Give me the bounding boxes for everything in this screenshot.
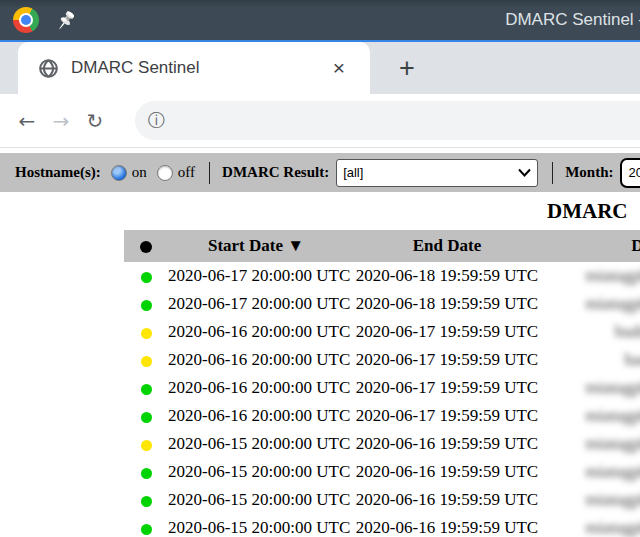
domain-cell: miatagpkibredfgeonw	[550, 402, 640, 430]
domain-column-header[interactable]: Domain	[550, 230, 640, 262]
dmarc-report-table: Start Date ▼ End Date Domain 2020-06-17 …	[124, 230, 640, 537]
chevron-down-icon	[518, 168, 531, 177]
month-select[interactable]: 2020-06	[620, 158, 640, 188]
domain-cell: haerbldcw	[550, 346, 640, 374]
start-date-cell: 2020-06-17 20:00:00 UTC	[168, 262, 344, 290]
hostnames-label: Hostname(s):	[15, 164, 101, 181]
domain-cell: miatagpkibredfgeonw	[550, 458, 640, 486]
status-cell	[124, 402, 168, 430]
report-table-body: 2020-06-17 20:00:00 UTC2020-06-18 19:59:…	[124, 262, 640, 537]
end-date-cell: 2020-06-17 19:59:59 UTC	[344, 374, 550, 402]
window-title: DMARC Sentinel -	[505, 0, 640, 40]
domain-cell: miatagpkibredfgeonw	[550, 430, 640, 458]
status-column-header	[124, 230, 168, 262]
tab-close-icon[interactable]: ×	[326, 55, 352, 81]
table-header-row: Start Date ▼ End Date Domain	[124, 230, 640, 262]
redacted-domain-text: miatagpkibredfgeonw	[585, 406, 640, 425]
redacted-domain-text: miatagpkibredfgeonw	[585, 490, 640, 509]
start-date-cell: 2020-06-16 20:00:00 UTC	[168, 346, 344, 374]
status-dot-icon	[141, 440, 152, 451]
month-value: 2020-06	[628, 165, 640, 180]
back-icon[interactable]: ←	[10, 109, 44, 133]
table-row: 2020-06-16 20:00:00 UTC2020-06-17 19:59:…	[124, 318, 640, 346]
redacted-domain-text: miatagpkibredfgeonw	[585, 294, 640, 313]
start-date-cell: 2020-06-15 20:00:00 UTC	[168, 486, 344, 514]
domain-cell: miatagpkibredfgeonw	[550, 514, 640, 537]
redacted-domain-text: miatagpkibredfgeonw	[585, 434, 640, 453]
status-dot-icon	[141, 384, 152, 395]
start-date-cell: 2020-06-15 20:00:00 UTC	[168, 458, 344, 486]
table-row: 2020-06-15 20:00:00 UTC2020-06-16 19:59:…	[124, 430, 640, 458]
page-title: DMARC	[547, 199, 640, 224]
status-cell	[124, 346, 168, 374]
status-dot-icon	[141, 524, 152, 535]
page-info-icon[interactable]: ⓘ	[148, 109, 165, 132]
dmarc-result-value: [all]	[343, 165, 510, 180]
domain-cell: miatagpkibredfgeonw	[550, 262, 640, 290]
table-row: 2020-06-16 20:00:00 UTC2020-06-17 19:59:…	[124, 374, 640, 402]
filter-toolbar: Hostname(s): on off DMARC Result: [all] …	[0, 153, 640, 192]
redacted-domain-text: haerbldcw	[625, 350, 640, 369]
end-date-cell: 2020-06-17 19:59:59 UTC	[344, 346, 550, 374]
end-date-cell: 2020-06-16 19:59:59 UTC	[344, 430, 550, 458]
end-date-cell: 2020-06-18 19:59:59 UTC	[344, 262, 550, 290]
dmarc-result-select[interactable]: [all]	[336, 159, 538, 187]
address-bar[interactable]: ⓘ	[135, 101, 640, 140]
separator	[552, 162, 553, 184]
table-row: 2020-06-16 20:00:00 UTC2020-06-17 19:59:…	[124, 346, 640, 374]
status-cell	[124, 430, 168, 458]
status-cell	[124, 262, 168, 290]
end-date-cell: 2020-06-18 19:59:59 UTC	[344, 290, 550, 318]
start-date-cell: 2020-06-16 20:00:00 UTC	[168, 318, 344, 346]
tab-strip: DMARC Sentinel × +	[0, 42, 640, 94]
start-date-cell: 2020-06-15 20:00:00 UTC	[168, 514, 344, 537]
domain-cell: miatagpkibredfgeonw	[550, 290, 640, 318]
forward-icon[interactable]: →	[44, 109, 78, 133]
globe-favicon-icon	[38, 58, 59, 79]
separator	[209, 162, 210, 184]
hostnames-on-label[interactable]: on	[132, 164, 147, 181]
table-row: 2020-06-17 20:00:00 UTC2020-06-18 19:59:…	[124, 290, 640, 318]
new-tab-button[interactable]: +	[392, 54, 422, 84]
start-date-cell: 2020-06-16 20:00:00 UTC	[168, 402, 344, 430]
tab-title: DMARC Sentinel	[71, 58, 326, 78]
status-dot-icon	[141, 300, 152, 311]
status-cell	[124, 458, 168, 486]
end-date-cell: 2020-06-16 19:59:59 UTC	[344, 514, 550, 537]
end-date-cell: 2020-06-16 19:59:59 UTC	[344, 486, 550, 514]
chrome-logo-icon	[13, 7, 39, 33]
hostnames-off-radio[interactable]	[157, 165, 173, 181]
status-dot-icon	[141, 328, 152, 339]
status-cell	[124, 318, 168, 346]
end-date-cell: 2020-06-17 19:59:59 UTC	[344, 402, 550, 430]
pin-icon: 📌	[56, 10, 77, 30]
window-titlebar: 📌 DMARC Sentinel -	[0, 0, 640, 40]
month-label: Month:	[565, 164, 613, 181]
end-date-column-header[interactable]: End Date	[344, 230, 550, 262]
table-row: 2020-06-15 20:00:00 UTC2020-06-16 19:59:…	[124, 514, 640, 537]
status-dot-icon	[141, 468, 152, 479]
end-date-cell: 2020-06-16 19:59:59 UTC	[344, 458, 550, 486]
dmarc-result-label: DMARC Result:	[222, 164, 329, 181]
reload-icon[interactable]: ↻	[78, 109, 112, 133]
status-cell	[124, 374, 168, 402]
start-date-cell: 2020-06-15 20:00:00 UTC	[168, 430, 344, 458]
redacted-domain-text: miatagpkibredfgeonw	[585, 518, 640, 537]
end-date-cell: 2020-06-17 19:59:59 UTC	[344, 318, 550, 346]
status-dot-icon	[141, 272, 152, 283]
status-cell	[124, 514, 168, 537]
status-cell	[124, 290, 168, 318]
status-dot-icon	[141, 356, 152, 367]
start-date-column-header[interactable]: Start Date ▼	[168, 230, 344, 262]
status-cell	[124, 486, 168, 514]
hostnames-off-label[interactable]: off	[178, 164, 195, 181]
start-date-cell: 2020-06-16 20:00:00 UTC	[168, 374, 344, 402]
hostnames-on-radio[interactable]	[111, 165, 127, 181]
table-row: 2020-06-17 20:00:00 UTC2020-06-18 19:59:…	[124, 262, 640, 290]
browser-tab[interactable]: DMARC Sentinel ×	[18, 42, 370, 94]
domain-cell: budrweldcrm	[550, 318, 640, 346]
table-row: 2020-06-16 20:00:00 UTC2020-06-17 19:59:…	[124, 402, 640, 430]
start-date-cell: 2020-06-17 20:00:00 UTC	[168, 290, 344, 318]
domain-cell: miatagpkibredfgeonw	[550, 486, 640, 514]
status-dot-icon	[140, 241, 152, 253]
